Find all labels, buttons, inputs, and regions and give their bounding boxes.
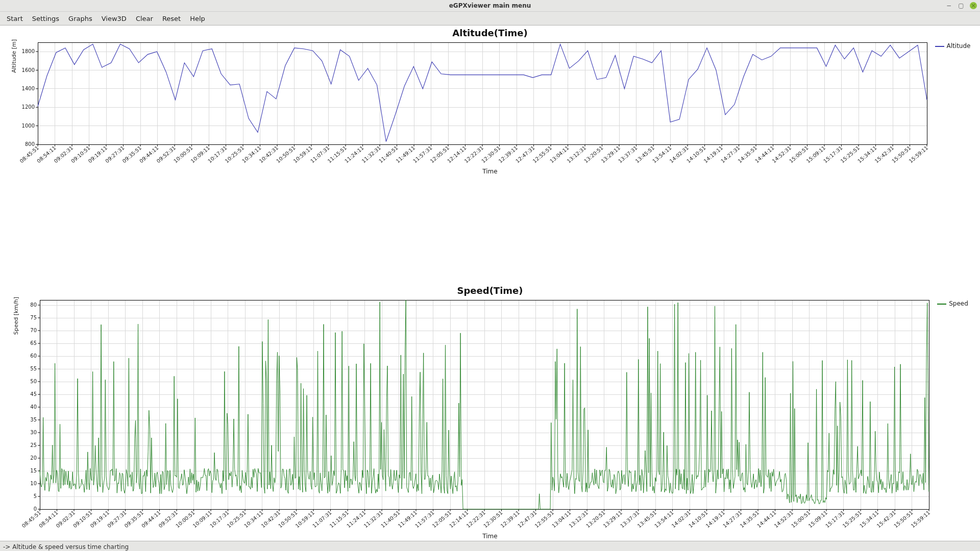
altitude-plot[interactable]: 8001000120014001600180008:45:5108:54:110…: [17, 39, 931, 167]
menu-help[interactable]: Help: [185, 13, 210, 24]
svg-text:5: 5: [34, 493, 37, 499]
altitude-legend-swatch: [935, 46, 944, 47]
svg-text:1600: 1600: [21, 67, 34, 73]
altitude-legend-label: Altitude: [947, 42, 971, 49]
svg-text:60: 60: [30, 353, 37, 359]
statusbar: -> Altitude & speed versus time charting: [0, 541, 980, 551]
svg-text:70: 70: [30, 328, 37, 333]
menu-start[interactable]: Start: [2, 13, 28, 24]
svg-text:800: 800: [24, 141, 34, 147]
charts-area: Altitude(Time) Altitude [m] 800100012001…: [0, 26, 980, 541]
svg-text:15: 15: [30, 468, 37, 473]
speed-legend: Speed: [933, 297, 968, 307]
menu-clear[interactable]: Clear: [131, 13, 158, 24]
svg-text:75: 75: [30, 315, 37, 320]
svg-text:80: 80: [30, 302, 37, 308]
svg-text:1800: 1800: [21, 48, 34, 54]
titlebar: eGPXviewer main menu − ▢ ×: [0, 0, 980, 12]
svg-text:1000: 1000: [21, 123, 34, 129]
speed-xlabel: Time: [482, 533, 497, 540]
window-title: eGPXviewer main menu: [449, 2, 531, 9]
svg-text:40: 40: [30, 404, 37, 410]
menu-graphs[interactable]: Graphs: [64, 13, 97, 24]
altitude-chart-title: Altitude(Time): [452, 28, 527, 38]
svg-text:35: 35: [30, 417, 37, 422]
svg-text:15:59:11: 15:59:11: [910, 510, 931, 529]
speed-plot[interactable]: 0510152025303540455055606570758008:45:51…: [19, 297, 933, 532]
svg-text:65: 65: [30, 340, 37, 346]
minimize-button[interactable]: −: [945, 2, 952, 9]
menu-view3d[interactable]: View3D: [97, 13, 131, 24]
speed-legend-label: Speed: [949, 300, 968, 307]
svg-text:15:59:11: 15:59:11: [908, 145, 928, 164]
menubar: Start Settings Graphs View3D Clear Reset…: [0, 12, 980, 26]
speed-chart-title: Speed(Time): [457, 285, 523, 296]
altitude-chart: Altitude(Time) Altitude [m] 800100012001…: [3, 26, 977, 283]
maximize-button[interactable]: ▢: [958, 2, 965, 9]
svg-text:20: 20: [30, 455, 37, 461]
svg-text:1200: 1200: [21, 104, 34, 110]
altitude-xlabel: Time: [482, 168, 497, 175]
speed-legend-swatch: [937, 304, 946, 305]
svg-text:55: 55: [30, 366, 37, 371]
status-text: -> Altitude & speed versus time charting: [3, 543, 129, 550]
svg-text:10: 10: [30, 481, 37, 486]
altitude-ylabel: Altitude [m]: [10, 39, 17, 73]
window-buttons: − ▢ ×: [945, 0, 977, 11]
close-button[interactable]: ×: [970, 2, 977, 9]
svg-text:50: 50: [30, 379, 37, 384]
speed-chart: Speed(Time) Speed [km/h] 051015202530354…: [3, 283, 977, 541]
menu-reset[interactable]: Reset: [158, 13, 185, 24]
altitude-legend: Altitude: [931, 39, 971, 49]
speed-ylabel: Speed [km/h]: [12, 297, 19, 335]
svg-text:1400: 1400: [21, 86, 34, 91]
svg-text:25: 25: [30, 442, 37, 448]
svg-text:30: 30: [30, 430, 37, 435]
svg-text:45: 45: [30, 391, 37, 397]
menu-settings[interactable]: Settings: [28, 13, 64, 24]
